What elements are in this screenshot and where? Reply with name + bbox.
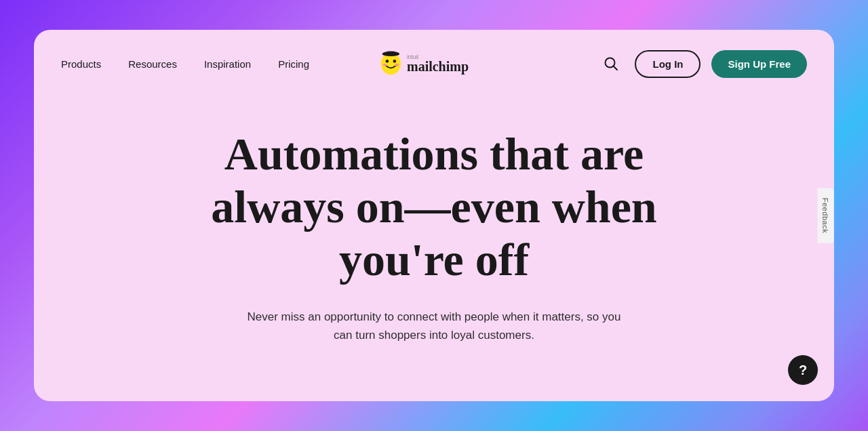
nav-right: Log In Sign Up Free	[598, 50, 807, 78]
nav-item-products[interactable]: Products	[61, 58, 101, 70]
search-icon	[604, 56, 618, 71]
hero-title: Automations that are always on—even when…	[197, 127, 671, 287]
svg-point-2	[393, 60, 397, 63]
hero-subtitle: Never miss an opportunity to connect wit…	[244, 308, 624, 344]
feedback-tab[interactable]: Feedback	[818, 188, 834, 243]
svg-point-1	[386, 60, 389, 63]
logo[interactable]: intuit mailchimp	[378, 50, 490, 77]
svg-point-6	[395, 64, 399, 66]
svg-point-5	[383, 64, 387, 66]
navbar: Products Resources Inspiration Pricing	[34, 30, 834, 98]
svg-rect-4	[387, 52, 395, 55]
nav-item-pricing[interactable]: Pricing	[278, 58, 309, 70]
nav-item-resources[interactable]: Resources	[128, 58, 177, 70]
mailchimp-logo-svg: intuit mailchimp	[378, 50, 490, 77]
nav-left: Products Resources Inspiration Pricing	[61, 58, 309, 70]
svg-line-10	[614, 66, 618, 70]
nav-item-inspiration[interactable]: Inspiration	[204, 58, 251, 70]
help-button[interactable]: ?	[788, 355, 818, 385]
main-card: Products Resources Inspiration Pricing	[34, 30, 834, 401]
svg-text:mailchimp: mailchimp	[407, 59, 469, 75]
search-button[interactable]	[598, 51, 624, 77]
signup-button[interactable]: Sign Up Free	[711, 50, 807, 78]
login-button[interactable]: Log In	[635, 50, 701, 78]
hero-section: Automations that are always on—even when…	[34, 98, 834, 401]
